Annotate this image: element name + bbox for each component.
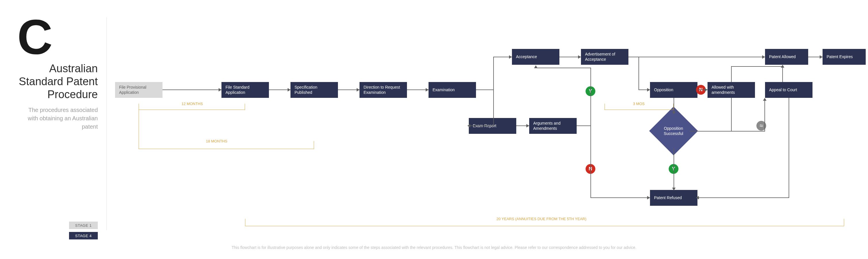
node-opposition: Opposition [650, 82, 698, 98]
node-acceptance: Acceptance [512, 49, 559, 65]
bracket-3m-label: 3 MOS [631, 102, 646, 106]
arrow [534, 65, 537, 68]
side-divider [106, 17, 107, 230]
node-allowed-amendments: Allowed with amendments [708, 82, 755, 98]
conn [469, 125, 493, 126]
node-patent-allowed: Patent Allowed [765, 49, 808, 65]
conn [162, 89, 221, 90]
bracket-ext [138, 104, 139, 141]
conn [639, 57, 639, 90]
conn [690, 131, 765, 132]
conn [698, 197, 789, 198]
conn [535, 68, 590, 68]
conn [782, 66, 783, 82]
conn [476, 89, 493, 90]
conn [731, 66, 782, 67]
conn [493, 57, 494, 126]
bracket-20y-label: 20 YEARS (ANNUITIES DUE FROM THE 5TH YEA… [495, 217, 588, 221]
conn [639, 57, 765, 57]
conn [559, 57, 581, 57]
conn [674, 148, 674, 190]
node-arguments-amendments: Arguments and Amendments [529, 118, 577, 134]
page-title: Australian Standard Patent Procedure [17, 62, 98, 101]
conn [338, 89, 360, 90]
node-advert-acceptance: Advertisement of Acceptance [581, 49, 628, 65]
page-subtitle: The procedures associated with obtaining… [17, 106, 98, 131]
arrow [820, 55, 823, 59]
bracket-18m-label: 18 MONTHS [204, 139, 229, 143]
node-appeal-court: Appeal to Court [765, 82, 812, 98]
legend-stage4: STAGE 4 [69, 232, 98, 239]
arrow [705, 88, 708, 91]
arrow [288, 88, 290, 91]
decision-label: Opposition Successful [656, 126, 691, 136]
conn [590, 68, 591, 198]
node-patent-expires: Patent Expires [823, 49, 866, 65]
arrow [647, 88, 650, 91]
node-file-provisional: File Provisional Application [115, 82, 162, 98]
arrow [696, 196, 699, 199]
conn [765, 99, 765, 132]
arrow [763, 98, 767, 101]
node-spec-published: Specification Published [290, 82, 338, 98]
conn [731, 66, 732, 82]
arrow [467, 124, 470, 127]
arrow [672, 188, 676, 191]
conn [590, 197, 650, 198]
conn [407, 89, 429, 90]
conn [731, 98, 732, 132]
conn [628, 57, 639, 57]
arrow [509, 55, 512, 59]
conn [269, 89, 290, 90]
flowchart-canvas: File Provisional Application File Standa… [115, 17, 857, 230]
node-file-standard: File Standard Application [221, 82, 269, 98]
arrow [762, 55, 765, 59]
conn [577, 125, 591, 126]
footer-disclaimer: This flowchart is for illustrative purpo… [0, 245, 868, 250]
bracket-12m-label: 12 MONTHS [180, 102, 205, 106]
node-examination: Examination [429, 82, 476, 98]
conn [788, 98, 789, 198]
arrow [219, 88, 221, 91]
arrow [356, 88, 360, 91]
arrow [578, 55, 581, 59]
arrow [647, 196, 650, 199]
arrow [672, 111, 676, 114]
arrow [526, 124, 529, 127]
arrow [426, 88, 429, 91]
section-letter: C [17, 17, 98, 56]
node-direction-request: Direction to Request Examination [360, 82, 407, 98]
legend-stage1: STAGE 1 [69, 222, 98, 229]
node-patent-refused: Patent Refused [650, 190, 698, 206]
side-panel: C Australian Standard Patent Procedure T… [17, 17, 98, 131]
legend: STAGE 1 STAGE 4 [69, 222, 98, 242]
